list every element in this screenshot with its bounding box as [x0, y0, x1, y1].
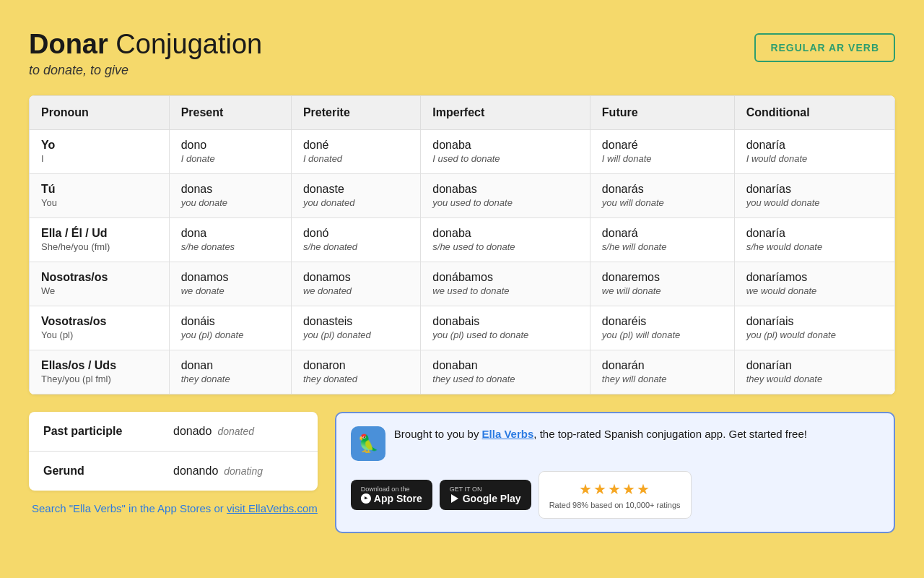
pronoun-cell: YoI: [30, 130, 170, 174]
pronoun-cell: Ellas/os / UdsThey/you (pl fml): [30, 350, 170, 394]
table-header-row: Pronoun Present Preterite Imperfect Futu…: [30, 96, 895, 130]
store-buttons-row: Download on the App Store GET IT ON Goog…: [351, 471, 879, 519]
col-imperfect: Imperfect: [421, 96, 590, 130]
svg-marker-2: [451, 494, 458, 503]
verb-cell: donaríamoswe would donate: [734, 262, 894, 306]
app-store-small-text: Download on the: [361, 486, 410, 493]
title-rest: Conjugation: [108, 29, 262, 59]
past-participle-label: Past participle: [43, 425, 173, 438]
pronoun-cell: TúYou: [30, 174, 170, 218]
verb-cell: donaréI will donate: [590, 130, 734, 174]
verb-cell: donaríanthey would donate: [734, 350, 894, 394]
promo-description: Brought to you by Ella Verbs, the top-ra…: [394, 426, 807, 443]
promo-text-before: Brought to you by: [394, 428, 482, 440]
verb-cell: donábamoswe used to donate: [421, 262, 590, 306]
ella-verbs-link[interactable]: visit EllaVerbs.com: [227, 502, 318, 514]
verb-cell: donanthey donate: [169, 350, 291, 394]
verb-cell: donamoswe donate: [169, 262, 291, 306]
verb-type-badge: REGULAR AR VERB: [754, 33, 895, 62]
participle-section: Past participle donado donated Gerund do…: [29, 412, 318, 514]
bottom-section: Past participle donado donated Gerund do…: [29, 412, 895, 533]
verb-cell: donoI donate: [169, 130, 291, 174]
verb-cell: donasteyou donated: [291, 174, 420, 218]
verb-cell: donaríaisyou (pl) would donate: [734, 306, 894, 350]
search-prompt: Search "Ella Verbs" in the App Stores or…: [29, 502, 318, 514]
ella-verbs-promo-link[interactable]: Ella Verbs: [482, 428, 534, 440]
table-row: Vosotras/osYou (pl)donáisyou (pl) donate…: [30, 306, 895, 350]
svg-text:🦜: 🦜: [357, 433, 379, 454]
table-row: YoIdonoI donatedonéI donateddonabaI used…: [30, 130, 895, 174]
table-row: Ellas/os / UdsThey/you (pl fml)donanthey…: [30, 350, 895, 394]
col-pronoun: Pronoun: [30, 96, 170, 130]
verb-cell: donaránthey will donate: [590, 350, 734, 394]
app-store-button[interactable]: Download on the App Store: [351, 480, 432, 510]
promo-text-after: , the top-rated Spanish conjugation app.…: [533, 428, 807, 440]
verb-cell: donós/he donated: [291, 218, 420, 262]
col-future: Future: [590, 96, 734, 130]
table-row: Ella / Él / UdShe/he/you (fml)donas/he d…: [30, 218, 895, 262]
promo-header: 🦜 Brought to you by Ella Verbs, the top-…: [351, 426, 879, 461]
rating-box: ★★★★★ Rated 98% based on 10,000+ ratings: [539, 471, 692, 519]
gerund-translation: donating: [224, 465, 263, 477]
past-participle-value: donado: [173, 425, 212, 438]
gerund-value: donando: [173, 465, 218, 478]
rating-text: Rated 98% based on 10,000+ ratings: [549, 501, 681, 509]
verb-cell: donaríaI would donate: [734, 130, 894, 174]
col-conditional: Conditional: [734, 96, 894, 130]
verb-cell: donarás/he will donate: [590, 218, 734, 262]
promo-app-icon: 🦜: [351, 426, 385, 461]
verb-cell: donasteisyou (pl) donated: [291, 306, 420, 350]
pronoun-cell: Ella / Él / UdShe/he/you (fml): [30, 218, 170, 262]
star-rating: ★★★★★: [579, 480, 651, 498]
col-present: Present: [169, 96, 291, 130]
past-participle-translation: donated: [217, 426, 254, 437]
verb-cell: donabas/he used to donate: [421, 218, 590, 262]
verb-cell: donaréisyou (pl) will donate: [590, 306, 734, 350]
verb-cell: donarías/he would donate: [734, 218, 894, 262]
verb-cell: donaríasyou would donate: [734, 174, 894, 218]
conjugation-table: Pronoun Present Preterite Imperfect Futu…: [29, 95, 895, 394]
gerund-label: Gerund: [43, 465, 173, 478]
verb-cell: donabanthey used to donate: [421, 350, 590, 394]
verb-cell: donabaisyou (pl) used to donate: [421, 306, 590, 350]
title-block: Donar Conjugation to donate, to give: [29, 29, 262, 78]
verb-cell: donarásyou will donate: [590, 174, 734, 218]
verb-cell: donabaI used to donate: [421, 130, 590, 174]
promo-box: 🦜 Brought to you by Ella Verbs, the top-…: [335, 412, 895, 533]
app-store-big-text: App Store: [361, 493, 422, 504]
verb-subtitle: to donate, to give: [29, 63, 262, 78]
verb-cell: donáisyou (pl) donate: [169, 306, 291, 350]
pronoun-cell: Vosotras/osYou (pl): [30, 306, 170, 350]
page-title: Donar Conjugation: [29, 29, 262, 60]
pronoun-cell: Nosotras/osWe: [30, 262, 170, 306]
participle-box: Past participle donado donated Gerund do…: [29, 412, 318, 491]
verb-cell: donabasyou used to donate: [421, 174, 590, 218]
verb-cell: donamoswe donated: [291, 262, 420, 306]
table-row: TúYoudonasyou donatedonasteyou donateddo…: [30, 174, 895, 218]
past-participle-row: Past participle donado donated: [29, 412, 318, 452]
google-play-button[interactable]: GET IT ON Google Play: [440, 480, 531, 510]
verb-cell: donaremoswe will donate: [590, 262, 734, 306]
col-preterite: Preterite: [291, 96, 420, 130]
gerund-row: Gerund donando donating: [29, 452, 318, 491]
table-row: Nosotras/osWedonamoswe donatedonamoswe d…: [30, 262, 895, 306]
google-small-text: GET IT ON: [450, 486, 482, 493]
verb-cell: donéI donated: [291, 130, 420, 174]
verb-name: Donar: [29, 29, 108, 59]
verb-cell: donasyou donate: [169, 174, 291, 218]
page-header: Donar Conjugation to donate, to give REG…: [29, 29, 895, 78]
verb-cell: donaronthey donated: [291, 350, 420, 394]
google-big-text: Google Play: [450, 493, 521, 504]
verb-cell: donas/he donates: [169, 218, 291, 262]
